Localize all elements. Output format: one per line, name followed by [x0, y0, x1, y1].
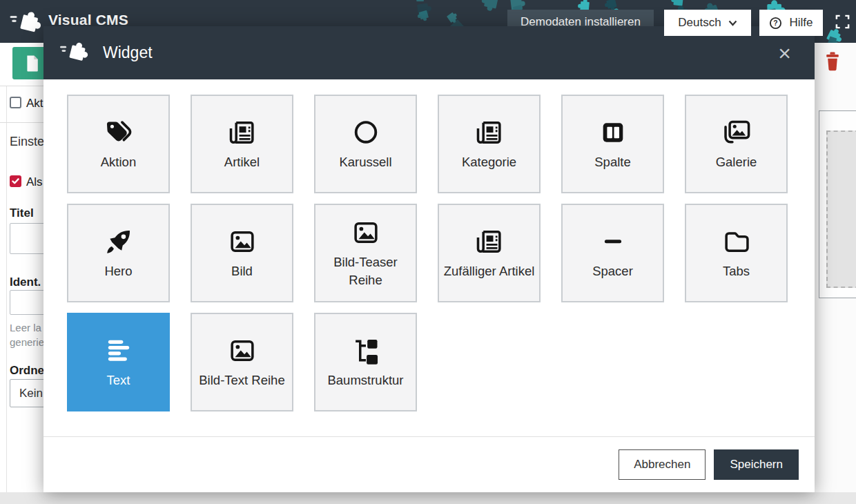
- chevron-down-icon: [728, 20, 737, 26]
- image-icon: [226, 336, 258, 366]
- widget-tile-label: Artikel: [221, 153, 263, 171]
- page-left-panel: Akt Einste Als Titel Ident. Leer la gene…: [0, 43, 43, 492]
- widget-tile-label: Zufälliger Artikel: [440, 262, 538, 280]
- page-right-panel: [815, 43, 856, 492]
- widget-drop-zone[interactable]: [826, 130, 856, 288]
- layout-panel: [819, 110, 856, 298]
- widget-tile-baumstruktur[interactable]: Baumstruktur: [314, 313, 417, 411]
- identifier-help-text: Leer la: [10, 322, 41, 333]
- widget-tile-bild-text-reihe[interactable]: Bild-Text Reihe: [191, 313, 293, 411]
- folder-field-label: Ordne: [10, 364, 43, 378]
- image-icon: [226, 226, 258, 257]
- title-input[interactable]: [10, 223, 43, 254]
- modal-title: Widget: [103, 43, 153, 62]
- widget-tile-hero[interactable]: Hero: [67, 204, 170, 302]
- widget-modal: Widget × AktionArtikelKarussellKategorie…: [43, 26, 815, 492]
- language-select-button[interactable]: Deutsch: [664, 10, 751, 36]
- widget-modal-body: AktionArtikelKarussellKategorieSpalteGal…: [43, 79, 815, 436]
- as-checkbox[interactable]: [10, 175, 21, 187]
- widget-tile-kategorie[interactable]: Kategorie: [438, 95, 541, 193]
- widget-tile-label: Bild-Text Reihe: [195, 371, 288, 389]
- modal-puzzle-icon: [60, 39, 92, 67]
- active-checkbox[interactable]: [10, 97, 21, 108]
- trash-icon[interactable]: [824, 52, 842, 72]
- widget-tile-label: Bild: [228, 262, 256, 280]
- identifier-field-label: Ident.: [10, 275, 41, 289]
- folder-icon: [721, 226, 752, 257]
- visual-cms-logo-puzzle-icon: [10, 8, 46, 39]
- cancel-button[interactable]: Abbrechen: [619, 449, 706, 480]
- folder-select[interactable]: Kein: [10, 379, 43, 407]
- help-button[interactable]: ? Hilfe: [759, 10, 823, 36]
- widget-grid: AktionArtikelKarussellKategorieSpalteGal…: [43, 79, 815, 411]
- page-bottom-strip: [0, 492, 856, 504]
- question-circle-icon: ?: [769, 17, 782, 30]
- widget-tile-label: Spalte: [591, 153, 634, 171]
- save-button[interactable]: Speichern: [714, 449, 799, 480]
- widget-tile-label: Galerie: [712, 153, 761, 171]
- widget-modal-footer: Abbrechen Speichern: [43, 436, 815, 492]
- widget-tile-label: Hero: [101, 262, 135, 280]
- widget-tile-tabs[interactable]: Tabs: [685, 204, 788, 302]
- new-page-button[interactable]: [12, 47, 43, 79]
- rocket-icon: [103, 226, 135, 257]
- widget-tile-label: Aktion: [97, 153, 139, 171]
- circle-icon: [350, 117, 382, 148]
- widget-tile-artikel[interactable]: Artikel: [191, 95, 293, 193]
- widget-tile-spalte[interactable]: Spalte: [561, 95, 664, 193]
- image-icon: [350, 217, 382, 248]
- widget-tile-text[interactable]: Text: [67, 313, 170, 411]
- newspaper-icon: [474, 226, 505, 257]
- minus-icon: [597, 226, 629, 257]
- widget-tile-spacer[interactable]: Spacer: [561, 204, 664, 302]
- widget-tile-bild[interactable]: Bild: [191, 204, 293, 302]
- widget-tile-label: Bild-Teaser Reihe: [315, 253, 416, 289]
- newspaper-icon: [474, 117, 505, 148]
- svg-text:?: ?: [774, 19, 778, 27]
- tags-icon: [103, 117, 135, 148]
- folder-select-value: Kein: [19, 387, 43, 400]
- language-label: Deutsch: [678, 16, 721, 30]
- newspaper-icon: [226, 117, 258, 148]
- title-field-label: Titel: [10, 206, 34, 220]
- help-label: Hilfe: [789, 16, 813, 30]
- widget-tile-label: Kategorie: [458, 153, 520, 171]
- tree-icon: [350, 336, 382, 366]
- close-icon[interactable]: ×: [775, 42, 794, 64]
- widget-tile-zufälliger-artikel[interactable]: Zufälliger Artikel: [438, 204, 541, 302]
- columns-icon: [597, 117, 629, 148]
- widget-tile-aktion[interactable]: Aktion: [67, 95, 170, 193]
- as-checkbox-label: Als: [26, 175, 43, 189]
- file-icon: [24, 54, 39, 73]
- visual-cms-app: Visual CMS Demodaten installieren Deutsc…: [0, 0, 856, 504]
- widget-tile-label: Baumstruktur: [324, 371, 407, 389]
- settings-heading: Einste: [10, 135, 43, 149]
- divider: [0, 122, 43, 123]
- align-left-icon: [103, 336, 135, 366]
- identifier-help-text: generie: [10, 336, 43, 348]
- divider: [0, 86, 43, 86]
- widget-tile-label: Karussell: [335, 153, 395, 171]
- widget-tile-label: Text: [104, 371, 134, 389]
- identifier-input[interactable]: [10, 290, 43, 315]
- widget-tile-bild-teaser-reihe[interactable]: Bild-Teaser Reihe: [314, 204, 417, 302]
- images-icon: [721, 117, 752, 148]
- active-checkbox-label: Akt: [26, 97, 43, 110]
- widget-tile-label: Tabs: [719, 262, 753, 280]
- widget-tile-label: Spacer: [589, 262, 636, 280]
- widget-tile-galerie[interactable]: Galerie: [685, 95, 788, 193]
- check-icon: [12, 178, 19, 184]
- fullscreen-icon[interactable]: [835, 14, 850, 32]
- widget-tile-karussell[interactable]: Karussell: [314, 95, 417, 193]
